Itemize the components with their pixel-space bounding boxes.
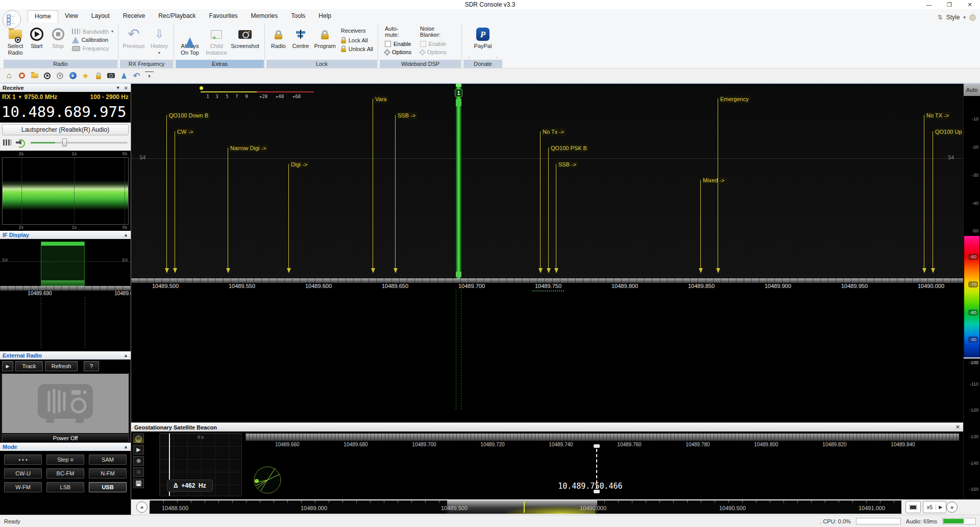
stop-icon[interactable] <box>56 71 64 80</box>
waterfall-colorbar[interactable]: Auto -10-20-30-40-50-60-70-80-90-100-110… <box>963 84 980 499</box>
menu-tab-memories[interactable]: Memories <box>244 10 285 22</box>
if-waterfall[interactable] <box>0 297 131 351</box>
close-button[interactable]: ✕ <box>960 0 980 9</box>
star-icon[interactable]: ★ <box>81 71 90 80</box>
mode-button-sam[interactable]: SAM <box>89 454 127 465</box>
noise-blanker-enable-checkbox[interactable]: Enable <box>420 41 456 47</box>
menu-tab-help[interactable]: Help <box>312 10 338 22</box>
tuned-frequency-display[interactable]: 10.489.689.975 <box>0 102 131 123</box>
bandwidth-range[interactable]: 100 - 2900 Hz <box>90 93 129 101</box>
bandwidth-button[interactable]: Bandwidth ▾ <box>72 29 113 35</box>
menu-tab-receive[interactable]: Receive <box>116 10 152 22</box>
app-icon[interactable] <box>3 10 21 29</box>
volume-slider[interactable] <box>31 138 128 147</box>
audio-device-select[interactable]: Lautsprecher (Realtek(R) Audio) <box>2 124 129 135</box>
home-icon[interactable]: ⌂ <box>5 71 13 80</box>
if-display-panel[interactable]: S4 S4 <box>0 239 131 286</box>
style-caret-icon[interactable]: ▾ <box>963 15 966 20</box>
menu-tab-home[interactable]: Home <box>28 10 58 22</box>
select-radio-button[interactable]: Select Radio <box>5 24 26 60</box>
spectrum-display[interactable]: 13579+20+40+60 S4 S4 QO100 Down BCW ->Na… <box>131 84 963 278</box>
power-off-button[interactable]: Power Off <box>2 434 129 443</box>
speaker-icon[interactable] <box>16 139 26 146</box>
beacon-save-button[interactable] <box>133 478 144 488</box>
more-icon[interactable]: ▾ <box>145 71 154 80</box>
menu-tab-rec-playback[interactable]: Rec/Playback <box>152 10 202 22</box>
nav-viewport-region[interactable] <box>447 500 597 514</box>
beacon-zoom-out-button[interactable]: ⊖ <box>133 467 144 477</box>
lock-program-button[interactable]: Program <box>312 24 337 60</box>
play-icon[interactable] <box>43 71 52 80</box>
track-button[interactable]: Track <box>15 361 43 371</box>
equalizer-icon[interactable] <box>3 139 11 146</box>
paypal-button[interactable]: P PayPal <box>471 24 495 60</box>
maximize-button[interactable]: ❐ <box>939 0 960 9</box>
menu-tab-view[interactable]: View <box>58 10 85 22</box>
mode-button-step-[interactable]: Step ≡ <box>46 454 84 465</box>
beacon-drift-graph[interactable]: 0 s Δ +462 Hz <box>159 433 242 496</box>
unlock-all-button[interactable]: Unlock All <box>341 45 373 52</box>
lock-all-button[interactable]: Lock All <box>341 37 373 43</box>
if-frequency-scale[interactable] <box>0 286 131 291</box>
volume-thumb[interactable] <box>62 138 67 147</box>
lock-icon[interactable] <box>94 71 103 80</box>
collapse-icon[interactable]: ▲ <box>124 353 128 358</box>
stop-button[interactable]: Stop <box>47 24 69 60</box>
lifebuoy-icon[interactable] <box>17 71 26 80</box>
mode-button-n-fm[interactable]: N-FM <box>89 468 127 478</box>
close-icon[interactable]: ✕ <box>124 85 128 91</box>
nav-scroll-left-button[interactable]: « <box>136 501 148 513</box>
collapse-icon[interactable]: ▲ <box>124 232 128 237</box>
rx-tuning-bar[interactable]: 1 <box>456 84 461 278</box>
camera-icon[interactable] <box>107 71 115 80</box>
mode-button-cw-u[interactable]: CW-U <box>4 468 42 478</box>
beacon-frequency-scale[interactable] <box>246 434 959 441</box>
mode-button-w-fm[interactable]: W-FM <box>4 482 42 492</box>
auto-mute-options-button[interactable]: Options <box>385 49 412 55</box>
mode-button-bc-fm[interactable]: BC-FM <box>46 468 84 478</box>
always-on-top-button[interactable]: Always On Top <box>177 24 203 60</box>
start-button[interactable]: Start <box>26 24 47 60</box>
settings-gear-icon[interactable] <box>969 14 976 21</box>
colorbar-auto-button[interactable]: Auto <box>964 84 980 96</box>
lock-centre-button[interactable]: Centre <box>289 24 312 60</box>
ribbon-collapse-icon[interactable]: ⇅ <box>938 14 943 21</box>
menu-tab-favourites[interactable]: Favourites <box>203 10 244 22</box>
rx-caret-icon[interactable]: ▼ <box>18 94 22 100</box>
frequency-button[interactable]: Frequency <box>72 45 113 52</box>
add-icon[interactable]: + <box>68 71 77 80</box>
antenna-icon[interactable] <box>119 71 128 80</box>
noise-blanker-options-button[interactable]: Options <box>420 49 456 55</box>
nav-scroll-right-button[interactable]: » <box>946 501 958 513</box>
style-menu[interactable]: Style <box>946 14 960 21</box>
mode-button-lsb[interactable]: LSB <box>46 482 84 492</box>
if-passband[interactable] <box>41 242 85 286</box>
history-button[interactable]: ⇩ History ▾ <box>146 24 172 60</box>
refresh-button[interactable]: Refresh <box>45 361 78 371</box>
collapse-icon[interactable]: ▲ <box>124 444 128 449</box>
help-button[interactable]: ? <box>84 361 99 371</box>
screenshot-button[interactable]: Screenshot <box>230 24 260 60</box>
beacon-play-button[interactable]: ▶ <box>133 445 144 454</box>
close-icon[interactable]: ✕ <box>955 424 960 430</box>
waterfall-display[interactable] <box>131 290 963 422</box>
child-instance-button[interactable]: Child Instance <box>203 24 230 60</box>
mode-button--[interactable]: • • • <box>4 454 42 465</box>
calibration-button[interactable]: Calibration <box>72 37 113 43</box>
menu-tab-tools[interactable]: Tools <box>284 10 312 22</box>
auto-mute-enable-checkbox[interactable]: Enable <box>385 41 412 47</box>
minimize-button[interactable]: — <box>919 0 939 9</box>
nav-frequency-strip[interactable]: 10488.50010489.00010489.50010490.0001049… <box>150 500 901 514</box>
beacon-circle-button[interactable]: ◯ <box>133 434 144 443</box>
beacon-marker-handle[interactable] <box>594 444 600 448</box>
undo-icon[interactable]: ↶ <box>132 71 141 80</box>
previous-button[interactable]: ↶ Previous <box>121 24 146 60</box>
nav-keyboard-button[interactable] <box>905 501 921 513</box>
collapse-icon[interactable]: ▼ <box>116 85 120 91</box>
menu-tab-layout[interactable]: Layout <box>85 10 116 22</box>
lock-radio-button[interactable]: Radio <box>267 24 289 60</box>
beacon-zoom-in-button[interactable]: ⊕ <box>133 456 144 466</box>
external-radio-arrow-button[interactable]: ► <box>2 361 13 371</box>
nav-zoom-button[interactable]: x5 ▶ <box>923 501 946 513</box>
lo-frequency[interactable]: 9750.0 MHz <box>24 93 58 101</box>
